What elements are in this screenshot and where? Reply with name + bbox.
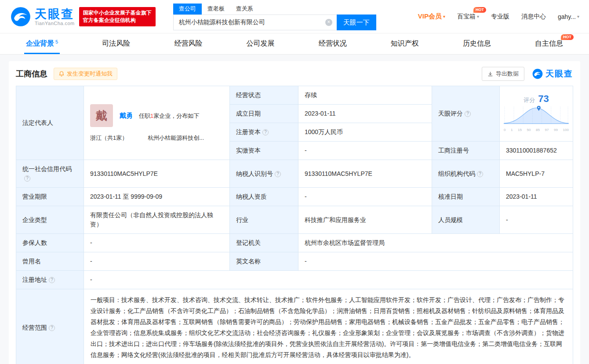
tyc-score-chart[interactable]: 评分73 [500, 86, 573, 142]
establish-date-label: 成立日期 [230, 105, 298, 123]
tab-judicial-risk[interactable]: 司法风险 [100, 33, 132, 54]
card-corner-brand: 天眼查 [532, 68, 573, 80]
info-icon[interactable]: ? [275, 171, 281, 177]
nav-user-label: gahy... [558, 13, 576, 20]
tab-label: 经营风险 [174, 39, 202, 48]
paid-capital-value: - [298, 142, 432, 160]
info-icon[interactable]: ? [465, 111, 471, 117]
gov-badge-line2: 官方备案企业征信机构 [83, 17, 152, 24]
legal-rep-avatar[interactable]: 戴 [90, 104, 113, 127]
company-section-tabs: 企业背景 5 司法风险 经营风险 公司发展 经营状况 知识产权 历史信息 自主信… [0, 33, 589, 55]
nav-user-menu[interactable]: gahy... ▾ [558, 13, 579, 20]
search-tab-boss[interactable]: 查老板 [202, 4, 230, 15]
legal-rep-nameline: 戴勇任职1家企业，分布如下 [120, 111, 199, 120]
table-row: 注册地址? - [16, 271, 573, 289]
credit-code-label: 统一社会信用代码? [16, 160, 84, 188]
chevron-down-icon: ▾ [577, 14, 579, 19]
search-clear-icon[interactable]: × [325, 19, 332, 26]
download-icon [487, 71, 493, 77]
export-data-button[interactable]: 导出数据 [482, 67, 524, 81]
info-icon[interactable]: ? [477, 171, 483, 177]
english-name-value: - [298, 252, 573, 271]
business-status-value: 存续 [298, 86, 432, 105]
tab-label: 知识产权 [391, 39, 419, 48]
chevron-down-icon: ▾ [443, 14, 445, 19]
company-type-value: 有限责任公司（非自然人投资或控股的法人独资） [84, 206, 230, 234]
search-input[interactable] [174, 19, 337, 26]
nav-messages-label: 消息中心 [521, 13, 546, 21]
taxpayer-quality-value: - [298, 188, 432, 206]
nav-message-center[interactable]: 消息中心 [521, 13, 546, 21]
tab-label: 公司发展 [247, 39, 275, 48]
tab-operating-status[interactable]: 经营状况 [317, 33, 349, 54]
taxpayer-quality-label: 纳税人资质 [230, 188, 298, 206]
tab-label: 司法风险 [102, 39, 130, 48]
notify-button-label: 发生变更时通知我 [67, 70, 113, 78]
search-box: × 天眼一下 [173, 15, 376, 30]
top-navigation: VIP会员 ▾ HOT 百宝箱 ▾ 专业版 消息中心 gahy... ▾ [418, 12, 579, 21]
related-company-link[interactable]: 杭州小桔能源科技创... [148, 133, 204, 142]
gov-badge-line1: 国家中小企业发展子基金旗下 [83, 9, 152, 17]
section-title: 工商信息 [16, 69, 47, 79]
chevron-down-icon: ▾ [477, 14, 479, 19]
reg-number-label: 工商注册号 [432, 142, 500, 160]
tianyancha-logo-icon [532, 69, 543, 79]
gov-certification-badge: 国家中小企业发展子基金旗下 官方备案企业征信机构 [79, 7, 156, 26]
top-bar: 天眼查 TianYanCha.com 国家中小企业发展子基金旗下 官方备案企业征… [0, 0, 589, 33]
credit-code-value: 91330110MAC5HYLP7E [84, 160, 230, 188]
search-tab-relation[interactable]: 查关系 [230, 4, 259, 15]
nav-vip-label: VIP会员 [418, 12, 442, 21]
tab-self-published-info[interactable]: 自主信息 HOT [533, 33, 565, 54]
info-icon[interactable]: ? [49, 325, 55, 331]
legal-rep-label: 法定代表人 [16, 86, 84, 160]
approval-date-label: 核准日期 [432, 188, 500, 206]
search-button[interactable]: 天眼一下 [337, 15, 376, 30]
legal-rep-name-link[interactable]: 戴勇 [120, 112, 133, 119]
region-link[interactable]: 浙江（共1家） [90, 133, 127, 142]
tyc-score-label: 天眼评分? [432, 86, 500, 142]
tab-operational-risk[interactable]: 经营风险 [172, 33, 204, 54]
business-scope-value: 一般项目：技术服务、技术开发、技术咨询、技术交流、技术转让、技术推广；软件外包服… [84, 289, 573, 364]
nav-treasure-box[interactable]: HOT 百宝箱 ▾ [457, 13, 479, 21]
tianyancha-logo[interactable]: 天眼查 TianYanCha.com [11, 7, 75, 27]
search-tab-company[interactable]: 查公司 [173, 4, 202, 15]
legal-rep-main: 戴 戴勇任职1家企业，分布如下 [90, 104, 223, 127]
score-head: 评分73 [503, 94, 569, 105]
hot-badge: HOT [561, 34, 574, 40]
registered-address-value: - [84, 271, 573, 289]
table-row: 营业期限 2023-01-11 至 9999-09-09 纳税人资质 - 核准日… [16, 188, 573, 206]
info-icon[interactable]: ? [262, 129, 269, 135]
tab-company-background[interactable]: 企业背景 5 [24, 33, 60, 54]
org-code-value: MAC5HYLP-7 [500, 160, 573, 188]
logo-brand-text: 天眼查 [35, 7, 75, 21]
taxpayer-id-value: 91330110MAC5HYLP7E [298, 160, 432, 188]
reg-number-value: 330110001887652 [500, 142, 573, 160]
legal-rep-distribution: 浙江（共1家） 杭州小桔能源科技创... [90, 133, 223, 142]
score-caption: 评分 [524, 97, 535, 103]
tab-intellectual-property[interactable]: 知识产权 [389, 33, 421, 54]
info-icon[interactable]: ? [24, 175, 30, 182]
nav-pro-version[interactable]: 专业版 [491, 13, 509, 21]
table-row: 曾用名 - 英文名称 - [16, 252, 573, 271]
approval-date-value: 2023-01-11 [500, 188, 573, 206]
org-code-label: 组织机构代码? [432, 160, 500, 188]
business-info-table: 法定代表人 戴 戴勇任职1家企业，分布如下 浙江（共1家） 杭州小桔能源科技创.… [16, 86, 573, 364]
business-info-card: 工商信息 发生变更时通知我 导出数据 天眼 [9, 61, 580, 364]
notify-on-change-button[interactable]: 发生变更时通知我 [54, 68, 117, 80]
nav-vip-member[interactable]: VIP会员 ▾ [418, 12, 445, 21]
corner-brand-text: 天眼查 [545, 68, 573, 80]
table-row: 参保人数 - 登记机关 杭州市余杭区市场监督管理局 [16, 234, 573, 252]
registered-address-label: 注册地址? [16, 271, 84, 289]
nav-treasure-label: 百宝箱 [457, 13, 476, 21]
search-type-tabs: 查公司 查老板 查关系 [173, 4, 376, 15]
search-input-wrap: × [173, 15, 337, 30]
tab-history-info[interactable]: 历史信息 [461, 33, 493, 54]
info-icon[interactable]: ? [49, 277, 55, 283]
tab-company-development[interactable]: 公司发展 [245, 33, 276, 54]
business-term-label: 营业期限 [16, 188, 84, 206]
former-name-value: - [84, 252, 230, 271]
insured-count-value: - [84, 234, 230, 252]
score-distribution-curve [503, 105, 569, 125]
table-row: 法定代表人 戴 戴勇任职1家企业，分布如下 浙江（共1家） 杭州小桔能源科技创.… [16, 86, 573, 105]
tab-label: 自主信息 [535, 39, 563, 48]
